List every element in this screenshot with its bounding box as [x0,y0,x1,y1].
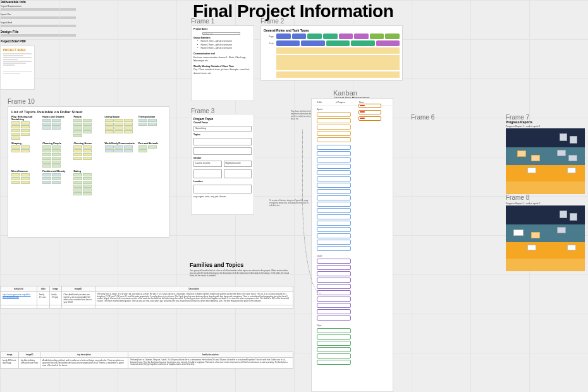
topic-chip[interactable] [42,177,51,180]
role-chip[interactable] [301,40,324,46]
topic-chip[interactable] [83,126,92,130]
kanban-card[interactable] [317,221,351,226]
topic-chip[interactable] [83,123,92,126]
topic-chip[interactable] [73,192,82,195]
topic-chip[interactable] [11,121,20,125]
kanban-card[interactable] [317,137,351,142]
table-row[interactable]: https://www.gapminder.org/dollar-street/… [1,292,293,305]
kanban-card[interactable] [317,284,351,289]
kanban-card[interactable] [317,183,351,188]
task-bar[interactable] [276,71,400,78]
topic-chip[interactable] [114,145,123,149]
topic-chip[interactable] [83,188,92,192]
kanban-card[interactable] [317,360,351,365]
kanban-card[interactable] [317,341,351,346]
kanban-card[interactable] [317,176,351,181]
topic-chip[interactable] [73,177,82,180]
topic-chip[interactable] [105,145,114,149]
topic-chip[interactable] [105,123,114,126]
kanban-card[interactable] [317,353,351,358]
topic-chip[interactable] [83,130,92,133]
topic-chip[interactable] [73,126,82,130]
role-chip[interactable] [376,40,400,46]
role-chip[interactable] [323,34,338,39]
topic-chip[interactable] [83,181,92,184]
topic-chip[interactable] [21,145,30,149]
topic-chip[interactable] [11,149,20,152]
kanban-card[interactable] [317,202,351,207]
link-line[interactable] [0,16,76,19]
kanban-card[interactable] [317,151,351,156]
topic-chip[interactable] [124,126,133,130]
topics-input[interactable] [193,138,252,145]
table-row[interactable]: family 105 front-door/h.jpgbig blue buil… [1,358,293,369]
role-chip[interactable] [276,40,300,46]
topic-chip[interactable] [73,173,82,176]
kanban-card[interactable] [317,208,351,213]
topic-chip[interactable] [52,161,61,164]
topic-chip[interactable] [42,181,51,184]
topic-chip[interactable] [105,119,114,122]
topic-chip[interactable] [11,125,20,128]
topic-chip[interactable] [42,145,51,149]
role-chip[interactable] [307,34,322,39]
kanban-card[interactable] [358,104,381,108]
topic-chip[interactable] [73,188,82,192]
kanban-card[interactable] [317,303,351,308]
topic-chip[interactable] [21,177,30,180]
topic-chip[interactable] [52,123,61,126]
topic-chip[interactable] [11,177,20,180]
topic-chip[interactable] [124,130,133,133]
topic-chip[interactable] [42,173,51,176]
kanban-card[interactable] [317,328,351,333]
kanban-card[interactable] [317,164,351,169]
kanban-card[interactable] [317,297,351,302]
topic-chip[interactable] [11,145,20,149]
kanban-card[interactable] [317,227,351,232]
topic-chip[interactable] [52,157,61,160]
pdf-preview[interactable]: PROJECT BRIEF [0,46,35,90]
topic-chip[interactable] [42,126,51,130]
topic-chip[interactable] [42,161,51,164]
topic-chip[interactable] [83,119,92,122]
role-chip[interactable] [354,34,369,39]
link-line[interactable] [0,34,76,37]
gender-high-input[interactable]: Highest Income [224,161,252,167]
topic-chip[interactable] [138,119,147,122]
progress-report-card[interactable] [506,128,585,194]
kanban-card[interactable] [317,131,351,136]
topic-chip[interactable] [73,185,82,188]
topic-chip[interactable] [73,153,82,156]
topic-chip[interactable] [42,157,51,160]
topic-chip[interactable] [114,130,123,133]
link-line[interactable] [0,25,76,27]
families-table-1[interactable]: familyLinktableimageimageIDDescription h… [0,286,293,309]
kanban-card[interactable] [317,157,351,162]
topic-chip[interactable] [52,177,61,180]
topic-chip[interactable] [52,164,61,168]
kanban-card[interactable] [317,315,351,321]
kanban-card[interactable] [317,347,351,352]
gender-box[interactable] [224,169,252,178]
progress-report-card[interactable] [506,205,585,271]
topic-chip[interactable] [105,126,114,130]
topic-chip[interactable] [83,153,92,156]
topic-chip[interactable] [124,119,133,122]
topic-chip[interactable] [114,119,123,122]
topic-chip[interactable] [138,123,147,126]
topic-chip[interactable] [52,181,61,184]
frame-7[interactable]: Progress Reports Progress Report 1 – end… [506,120,585,190]
topic-chip[interactable] [73,119,82,122]
topic-chip[interactable] [21,173,30,176]
topic-chip[interactable] [21,149,30,152]
topic-chip[interactable] [83,192,92,195]
kanban-card[interactable] [317,125,351,130]
topic-chip[interactable] [83,145,92,149]
topic-chip[interactable] [73,145,82,149]
kanban-card[interactable] [317,334,351,340]
topic-chip[interactable] [52,149,61,152]
kanban-card[interactable] [317,118,351,123]
project-name-input[interactable]: add here also [202,32,240,35]
location-input[interactable] [193,185,252,193]
frame-10[interactable]: List of Topics Available on Dollar Stree… [8,106,169,238]
